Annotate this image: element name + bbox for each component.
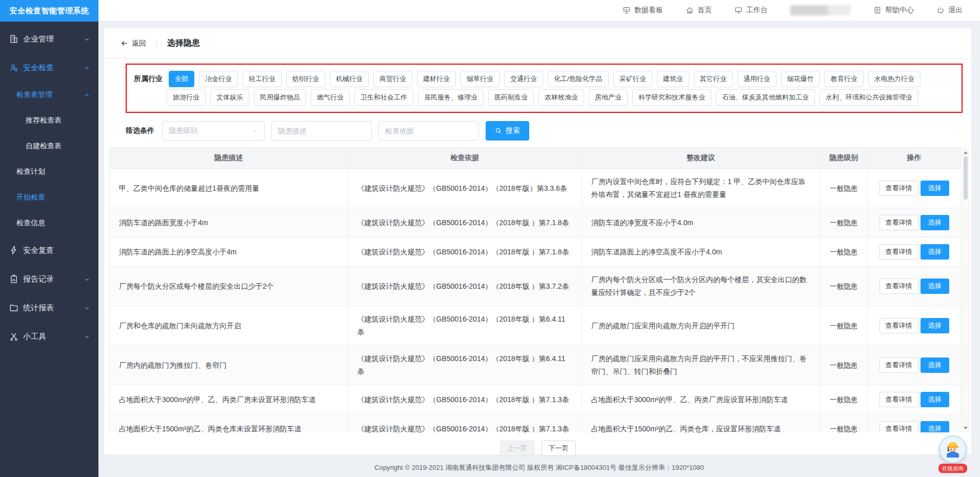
sidebar-item-2[interactable]: 检查表管理 — [0, 82, 98, 108]
sidebar-item-8[interactable]: 安全复查 — [0, 236, 98, 265]
sidebar-item-3[interactable]: 推荐检查表 — [0, 108, 98, 133]
workbench-icon — [734, 6, 743, 14]
sidebar-item-1[interactable]: 安全检查 — [0, 53, 98, 82]
industry-button[interactable]: 纺织行业 — [286, 71, 325, 87]
table-row: 占地面积大于3000m²的甲、乙、丙类厂房未设置环形消防车道《建筑设计防火规范》… — [110, 385, 961, 414]
sidebar-item-label: 企业管理 — [23, 34, 54, 44]
industry-button[interactable]: 燃气行业 — [311, 89, 350, 106]
view-detail-button[interactable]: 查看详情 — [879, 357, 918, 373]
scroll-down-arrow-icon[interactable] — [964, 427, 968, 429]
industry-button[interactable]: 烟草行业 — [461, 71, 499, 87]
industry-button[interactable]: 商贸行业 — [373, 71, 412, 87]
main-card: 返回 选择隐患 所属行业 全部冶金行业轻工行业纺织行业机械行业商贸行业建材行业烟… — [104, 28, 971, 454]
table-body: 甲、乙类中间仓库的储量超过1昼夜的需用量《建筑设计防火规范》（GB50016-2… — [110, 169, 961, 432]
sidebar-item-6[interactable]: 开始检查 — [0, 185, 98, 210]
select-button[interactable]: 选择 — [921, 244, 949, 260]
sidebar-item-11[interactable]: 小工具 — [0, 322, 98, 351]
select-button[interactable]: 选择 — [921, 392, 949, 407]
industry-button[interactable]: 交通行业 — [504, 71, 543, 87]
table-scrollbar[interactable] — [963, 149, 969, 432]
industry-button[interactable]: 其它行业 — [694, 71, 733, 87]
select-button[interactable]: 选择 — [921, 215, 949, 230]
industry-button[interactable]: 通用行业 — [737, 71, 776, 87]
industry-button[interactable]: 轻工行业 — [243, 71, 282, 87]
pagination: 上一页 下一页 — [104, 441, 971, 456]
industry-button[interactable]: 水电热力行业 — [868, 71, 921, 87]
industry-button[interactable]: 房地产业 — [589, 89, 628, 106]
sidebar-item-4[interactable]: 自建检查表 — [0, 133, 98, 159]
cell-hazard-level: 一般隐患 — [820, 385, 868, 414]
industry-button[interactable]: 农林牧渔业 — [538, 89, 584, 106]
dashboard-icon — [623, 6, 631, 14]
industry-button[interactable]: 民用爆炸物品 — [254, 89, 306, 106]
industry-button[interactable]: 卫生和社会工作 — [354, 89, 413, 106]
industry-button[interactable]: 烟花爆竹 — [781, 71, 820, 87]
hazard-desc-input[interactable] — [271, 121, 372, 141]
hazard-level-select[interactable]: 隐患级别 — [162, 121, 265, 141]
sidebar-item-0[interactable]: 企业管理 — [0, 25, 98, 53]
view-detail-button[interactable]: 查看详情 — [879, 392, 918, 407]
scroll-up-arrow-icon[interactable] — [964, 151, 968, 154]
topbar-item-workbench[interactable]: 工作台 — [734, 6, 768, 15]
industry-button[interactable]: 石油、煤炭及其他燃料加工业 — [716, 89, 815, 106]
cell-hazard-level: 一般隐患 — [820, 306, 868, 345]
prev-page-button[interactable]: 上一页 — [500, 441, 534, 456]
industry-button[interactable]: 文体娱乐 — [210, 89, 249, 106]
topbar-item-dashboard[interactable]: 数据看板 — [623, 6, 663, 15]
user-name-redacted[interactable] — [790, 5, 851, 15]
view-detail-button[interactable]: 查看详情 — [879, 279, 918, 294]
app-title: 安全检查智能管理系统 — [0, 0, 98, 22]
select-button[interactable]: 选择 — [921, 279, 949, 294]
chevron-up-icon — [84, 65, 90, 71]
industry-button[interactable]: 建筑业 — [657, 71, 689, 87]
cell-hazard-desc: 厂房内的疏散门为推拉门、卷帘门 — [110, 346, 348, 385]
sidebar-item-10[interactable]: 统计报表 — [0, 293, 98, 322]
back-button[interactable]: 返回 — [121, 39, 146, 48]
topbar-item-logout[interactable]: 退出 — [936, 6, 963, 15]
sidebar-item-9[interactable]: 报告记录 — [0, 265, 98, 293]
select-button[interactable]: 选择 — [921, 421, 949, 432]
industry-button[interactable]: 全部 — [169, 71, 194, 87]
sidebar-item-label: 检查信息 — [16, 218, 45, 228]
select-button[interactable]: 选择 — [921, 318, 949, 333]
sidebar-item-7[interactable]: 检查信息 — [0, 210, 98, 236]
check-basis-input[interactable] — [378, 121, 479, 141]
industry-button[interactable]: 机械行业 — [330, 71, 369, 87]
industry-button[interactable]: 采矿行业 — [613, 71, 652, 87]
next-page-button[interactable]: 下一页 — [542, 441, 576, 456]
industry-button[interactable]: 教育行业 — [825, 71, 864, 87]
search-button[interactable]: 搜索 — [486, 121, 529, 141]
view-detail-button[interactable]: 查看详情 — [879, 181, 918, 196]
view-detail-button[interactable]: 查看详情 — [879, 318, 918, 333]
cell-hazard-level: 一般隐患 — [820, 346, 868, 385]
select-button[interactable]: 选择 — [921, 181, 949, 196]
table-row: 占地面积大于1500m²的乙、丙类仓库未设置环形消防车道《建筑设计防火规范》（G… — [110, 414, 961, 432]
cell-check-basis: 《建筑设计防火规范》（GB50016-2014）（2018年版 ）第3.7.2条 — [348, 267, 582, 306]
cell-actions: 查看详情选择 — [868, 414, 961, 432]
industry-button[interactable]: 居民服务、修理业 — [418, 89, 484, 106]
view-detail-button[interactable]: 查看详情 — [879, 421, 918, 432]
topbar-item-home[interactable]: 首页 — [686, 6, 712, 15]
table-row: 消防车道的路面上的净空高度小于4m《建筑设计防火规范》（GB50016-2014… — [110, 237, 961, 267]
sidebar-item-5[interactable]: 检查计划 — [0, 159, 98, 185]
scrollbar-thumb[interactable] — [964, 156, 968, 200]
industry-row-2: 旅游行业文体娱乐民用爆炸物品燃气行业卫生和社会工作居民服务、修理业医药制造业农林… — [134, 89, 956, 106]
industry-button[interactable]: 水利、环境和公共设施管理业 — [819, 89, 918, 106]
online-consult-widget[interactable]: 在线咨询 — [936, 435, 970, 473]
industry-button[interactable]: 冶金行业 — [199, 71, 238, 87]
view-detail-button[interactable]: 查看详情 — [879, 215, 918, 230]
select-button[interactable]: 选择 — [921, 357, 949, 373]
industry-button[interactable]: 旅游行业 — [167, 89, 206, 106]
industry-button[interactable]: 建材行业 — [417, 71, 456, 87]
topbar-item-help[interactable]: 帮助中心 — [873, 6, 914, 15]
view-detail-button[interactable]: 查看详情 — [879, 244, 918, 260]
hazard-level-badge: 一般隐患 — [830, 246, 857, 259]
industry-button[interactable]: 化工/危险化学品 — [548, 71, 609, 87]
online-consult-label: 在线咨询 — [938, 464, 967, 473]
cell-hazard-desc: 厂房和仓库的疏散门未向疏散方向开启 — [110, 306, 348, 345]
chevron-down-icon — [84, 305, 90, 311]
topbar-item-label: 退出 — [948, 6, 963, 15]
industry-button[interactable]: 科学研究和技术服务业 — [632, 89, 711, 106]
table-row: 厂房和仓库的疏散门未向疏散方向开启《建筑设计防火规范》（GB50016-2014… — [110, 306, 961, 346]
industry-button[interactable]: 医药制造业 — [488, 89, 534, 106]
